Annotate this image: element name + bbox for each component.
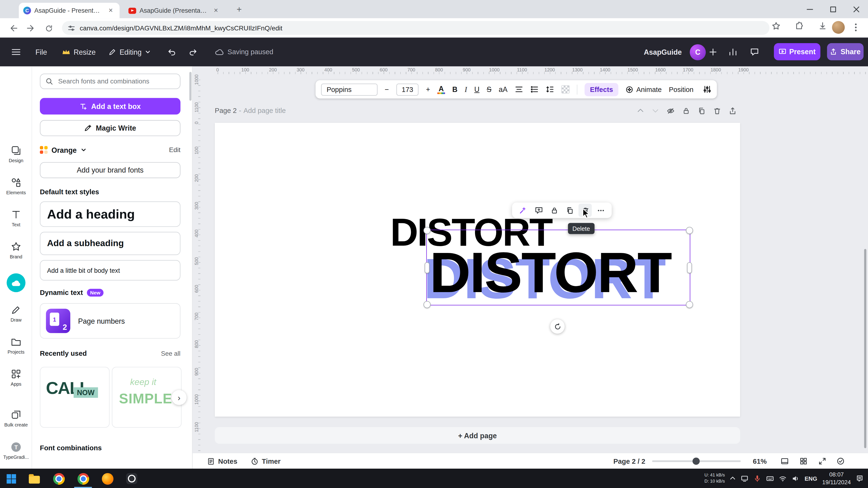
search-input[interactable] (57, 77, 175, 86)
resize-handle-top-right[interactable] (686, 227, 693, 234)
monitor-icon[interactable] (741, 475, 749, 482)
font-size-value[interactable]: 173 (396, 83, 418, 96)
notes-button[interactable]: Notes (207, 453, 237, 469)
sidebar-item-text[interactable]: Text (0, 209, 32, 227)
font-search-box[interactable] (40, 73, 181, 89)
sidebar-item-uploads-active[interactable] (0, 273, 32, 292)
list-button[interactable] (530, 85, 538, 93)
resize-handle-top-left[interactable] (423, 227, 431, 234)
comment-button[interactable] (532, 204, 545, 217)
selection-box[interactable] (426, 230, 690, 305)
sidebar-item-design[interactable]: Design (0, 145, 32, 163)
lock-page-icon[interactable] (682, 106, 690, 115)
browser-tab-active[interactable]: C AsapGuide - Presentation × (19, 3, 120, 19)
font-size-decrease-button[interactable]: − (385, 85, 389, 93)
resize-handle-bottom-left[interactable] (423, 301, 431, 308)
clock[interactable]: 08:0719/11/2024 (822, 471, 851, 486)
invite-plus-button[interactable] (709, 38, 717, 66)
bold-button[interactable]: B (453, 85, 458, 93)
saving-status[interactable]: Saving paused (215, 38, 273, 66)
fullscreen-button[interactable] (818, 453, 827, 469)
delete-page-icon[interactable] (713, 106, 721, 115)
settings-sliders-icon[interactable] (703, 85, 711, 93)
grid-view-button[interactable] (780, 453, 789, 469)
chrome-taskbar-button[interactable] (52, 472, 65, 485)
start-button[interactable] (4, 472, 18, 485)
firefox-taskbar-button[interactable] (101, 472, 114, 485)
keyboard-icon[interactable] (766, 475, 774, 482)
rotate-handle[interactable] (550, 319, 565, 333)
back-button[interactable] (7, 22, 20, 35)
add-brand-fonts-button[interactable]: Add your brand fonts (40, 162, 181, 178)
close-tab-icon[interactable]: × (212, 6, 220, 15)
sidebar-item-brand[interactable]: Brand (0, 241, 32, 259)
microphone-icon[interactable] (753, 475, 762, 482)
zoom-level[interactable]: 61% (753, 453, 767, 469)
sidebar-item-apps[interactable]: Apps (0, 368, 32, 387)
close-window-button[interactable] (845, 0, 868, 18)
forward-button[interactable] (24, 22, 37, 35)
chrome-active-taskbar-button[interactable] (76, 472, 90, 485)
underline-button[interactable]: U (474, 85, 479, 93)
width-handle-right[interactable] (687, 262, 692, 273)
extensions-icon[interactable] (795, 22, 804, 31)
browser-profile-avatar[interactable] (832, 21, 845, 34)
magic-write-button[interactable]: Magic Write (40, 120, 181, 136)
maximize-button[interactable] (822, 0, 845, 18)
strikethrough-button[interactable]: S (487, 85, 491, 93)
sidebar-item-bulk-create[interactable]: Bulk create (0, 410, 32, 428)
animate-button[interactable]: Animate (626, 86, 661, 93)
resize-handle-bottom-right[interactable] (686, 301, 693, 308)
wifi-icon[interactable] (779, 475, 787, 482)
duplicate-page-icon[interactable] (698, 106, 706, 115)
brand-kit-selector[interactable]: Orange Edit (40, 143, 181, 157)
design-page[interactable]: DISTORT DISTORT (215, 123, 740, 417)
minimize-button[interactable] (798, 0, 822, 18)
account-avatar[interactable]: C (690, 38, 706, 66)
see-all-link[interactable]: See all (161, 350, 181, 357)
timer-button[interactable]: Timer (251, 453, 280, 469)
brand-edit-link[interactable]: Edit (169, 146, 181, 154)
width-handle-left[interactable] (425, 262, 430, 273)
comments-icon[interactable] (750, 38, 759, 66)
download-icon[interactable] (818, 22, 827, 31)
notification-center-icon[interactable] (856, 475, 864, 482)
recent-style-call-now[interactable]: CALL NOW (40, 367, 110, 428)
italic-button[interactable]: I (465, 85, 467, 94)
font-family-selector[interactable]: Poppins (321, 83, 377, 96)
language-indicator[interactable]: ENG (805, 475, 817, 482)
lock-button[interactable] (548, 204, 561, 217)
address-bar[interactable]: canva.com/design/DAGVNLBxLZM/i8mMhM_kwyC… (62, 21, 769, 35)
zoom-slider-thumb[interactable] (692, 458, 700, 465)
zoom-slider[interactable] (652, 460, 741, 462)
close-tab-icon[interactable]: × (106, 6, 115, 15)
add-subheading-card[interactable]: Add a subheading (40, 232, 181, 255)
panel-scrollbar[interactable] (189, 72, 191, 101)
position-button[interactable]: Position (669, 86, 693, 93)
move-page-down-icon[interactable] (651, 107, 659, 115)
sidebar-item-draw[interactable]: Draw (0, 304, 32, 323)
add-text-box-button[interactable]: Add a text box (40, 98, 181, 115)
duplicate-button[interactable] (563, 204, 576, 217)
sidebar-item-projects[interactable]: Projects (0, 336, 32, 355)
saved-status-button[interactable] (836, 453, 845, 469)
transparency-button[interactable] (561, 85, 569, 93)
refresh-button[interactable] (42, 22, 55, 35)
effects-button[interactable]: Effects (585, 83, 619, 96)
thumbnail-grid-button[interactable] (799, 453, 808, 469)
text-color-button[interactable]: A (437, 85, 445, 94)
sidebar-item-typegradient[interactable]: T TypeGradi... (0, 442, 32, 460)
alignment-button[interactable] (515, 85, 523, 93)
font-size-increase-button[interactable]: + (426, 85, 430, 93)
hide-page-icon[interactable] (666, 106, 675, 115)
sidebar-item-elements[interactable]: Elements (0, 177, 32, 195)
tray-expand-icon[interactable] (730, 475, 736, 481)
spacing-button[interactable] (546, 85, 554, 93)
recent-style-keep-it-simple[interactable]: keep it SIMPLE (112, 367, 182, 428)
page-numbers-item[interactable]: 1 2 Page numbers (40, 303, 181, 338)
speaker-icon[interactable] (792, 475, 800, 482)
new-tab-button[interactable]: + (232, 3, 246, 17)
editing-mode-menu[interactable]: Editing (108, 38, 151, 66)
add-heading-card[interactable]: Add a heading (40, 201, 181, 227)
present-button[interactable]: Present (774, 43, 820, 60)
